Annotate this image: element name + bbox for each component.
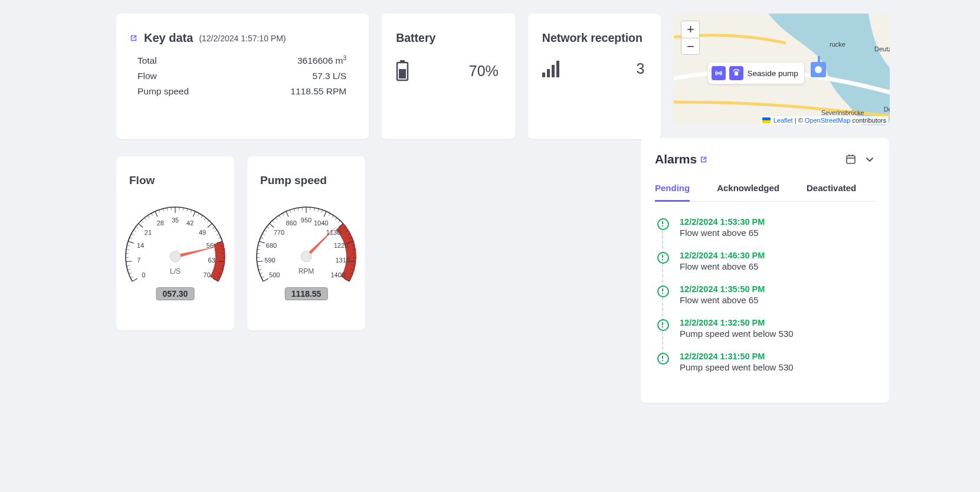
alert-icon xyxy=(657,319,669,331)
osm-link[interactable]: OpenStreetMap xyxy=(805,117,851,124)
svg-rect-2 xyxy=(399,69,406,78)
svg-line-21 xyxy=(127,269,130,270)
calendar-icon[interactable] xyxy=(845,154,856,165)
alarm-item[interactable]: 12/2/2024 1:35:50 PMFlow went above 65 xyxy=(658,284,883,318)
svg-rect-14 xyxy=(818,56,820,62)
key-data-card: Key data (12/2/2024 1:57:10 PM) Total361… xyxy=(116,14,369,139)
tab-deactivated[interactable]: Deactivated xyxy=(807,183,856,201)
key-data-label: Pump speed xyxy=(137,86,189,97)
svg-line-101 xyxy=(329,213,330,215)
alarm-item[interactable]: 12/2/2024 1:31:50 PMPump speed went belo… xyxy=(658,352,883,385)
svg-line-34 xyxy=(141,221,143,223)
pump-gauge-card: Pump speed 50059068077086095010401130122… xyxy=(247,156,365,330)
gauge-tick: 860 xyxy=(286,219,297,227)
flow-gauge: 07142128354249566370L/S057.30 xyxy=(116,198,234,301)
gauge-tick: 70 xyxy=(204,271,211,278)
alert-icon xyxy=(657,353,669,365)
svg-line-48 xyxy=(193,211,195,217)
svg-line-81 xyxy=(261,237,264,238)
leaflet-link[interactable]: Leaflet xyxy=(773,117,793,124)
alarms-tabs: PendingAcknowledgedDeactivated xyxy=(655,183,875,202)
gauge-unit: RPM xyxy=(299,267,314,275)
gauge-tick: 500 xyxy=(269,271,280,278)
external-link-icon[interactable] xyxy=(699,155,708,164)
svg-line-102 xyxy=(332,215,334,218)
svg-line-71 xyxy=(261,277,264,278)
svg-line-78 xyxy=(257,250,260,250)
svg-line-98 xyxy=(318,209,319,212)
svg-rect-17 xyxy=(735,71,738,76)
svg-line-35 xyxy=(145,218,146,220)
external-link-icon[interactable] xyxy=(129,34,138,42)
network-card: Network reception 3 xyxy=(528,14,661,139)
svg-line-55 xyxy=(215,230,217,232)
alert-icon xyxy=(657,218,669,230)
svg-line-99 xyxy=(322,210,323,213)
network-value: 3 xyxy=(637,60,645,77)
svg-text:Severinsbrücke: Severinsbrücke xyxy=(821,109,864,116)
svg-line-73 xyxy=(258,269,261,270)
svg-line-89 xyxy=(283,213,284,215)
zoom-out-button[interactable]: − xyxy=(681,38,699,54)
gauge-tick: 590 xyxy=(264,257,275,264)
svg-text:Deutzer Ring: Deutzer Ring xyxy=(884,106,890,113)
svg-rect-6 xyxy=(556,61,559,77)
svg-line-74 xyxy=(257,265,260,266)
svg-line-41 xyxy=(167,208,168,211)
key-data-label: Total xyxy=(137,55,157,66)
gauge-tick: 35 xyxy=(172,217,179,224)
alarm-message: Flow went above 65 xyxy=(680,295,883,305)
svg-text:rucke: rucke xyxy=(830,41,845,48)
svg-line-49 xyxy=(198,213,199,215)
svg-line-36 xyxy=(148,215,150,218)
svg-line-39 xyxy=(159,210,160,213)
svg-line-51 xyxy=(204,218,206,220)
map[interactable]: Deutzer Deutz rucke Severinsbrücke Deutz… xyxy=(674,14,890,125)
map-marker-label[interactable]: Seaside pump xyxy=(708,63,804,84)
svg-line-40 xyxy=(163,209,163,212)
svg-line-82 xyxy=(263,234,265,235)
pump-gauge-title: Pump speed xyxy=(247,174,365,187)
gauge-tick: 49 xyxy=(199,229,206,236)
gauge-tick: 63 xyxy=(208,257,215,264)
alarms-title: Alarms xyxy=(655,152,697,166)
svg-line-85 xyxy=(270,224,274,228)
tab-pending[interactable]: Pending xyxy=(655,183,690,202)
gauge-reading: 057.30 xyxy=(156,287,195,300)
alarm-item[interactable]: 12/2/2024 1:32:50 PMPump speed went belo… xyxy=(658,318,883,352)
key-data-value: 57.3 L/S xyxy=(312,71,346,81)
alarm-time: 12/2/2024 1:35:50 PM xyxy=(680,284,883,294)
svg-line-33 xyxy=(139,224,143,228)
zoom-in-button[interactable]: + xyxy=(681,21,699,38)
svg-rect-4 xyxy=(547,69,550,77)
gauge-tick: 28 xyxy=(157,219,164,227)
svg-line-47 xyxy=(191,210,192,213)
svg-line-26 xyxy=(126,250,129,250)
svg-line-18 xyxy=(132,278,137,281)
alarm-item[interactable]: 12/2/2024 1:53:30 PMFlow went above 65 xyxy=(658,217,883,251)
alarms-list[interactable]: 12/2/2024 1:53:30 PMFlow went above 6512… xyxy=(641,202,889,403)
key-data-row: Pump speed1118.55 RPM xyxy=(137,86,346,97)
svg-line-20 xyxy=(129,273,132,274)
chevron-down-icon[interactable] xyxy=(864,154,875,165)
svg-line-56 xyxy=(217,234,219,235)
tab-acknowledged[interactable]: Acknowledged xyxy=(717,183,779,201)
gauge-tick: 680 xyxy=(266,242,277,249)
alarm-time: 12/2/2024 1:32:50 PM xyxy=(680,318,883,327)
gauge-tick: 1220 xyxy=(334,242,348,249)
svg-line-31 xyxy=(133,230,136,232)
svg-line-70 xyxy=(263,278,268,281)
svg-point-121 xyxy=(301,251,312,262)
gauge-unit: L/S xyxy=(170,267,181,275)
gauge-tick: 7 xyxy=(137,257,140,264)
svg-rect-3 xyxy=(542,73,545,77)
battery-card: Battery 70% xyxy=(382,14,515,139)
ukraine-flag-icon xyxy=(762,117,771,123)
pump-gauge: 50059068077086095010401130122013101400RP… xyxy=(247,198,365,301)
gauge-tick: 1310 xyxy=(335,257,349,264)
svg-line-91 xyxy=(290,210,291,213)
alarm-item[interactable]: 12/2/2024 1:46:30 PMFlow went above 65 xyxy=(658,251,883,284)
network-title: Network reception xyxy=(542,31,645,45)
alarm-message: Pump speed went below 530 xyxy=(680,362,883,372)
alarms-card: Alarms PendingAcknowledgedDeactivated 12… xyxy=(641,138,889,403)
